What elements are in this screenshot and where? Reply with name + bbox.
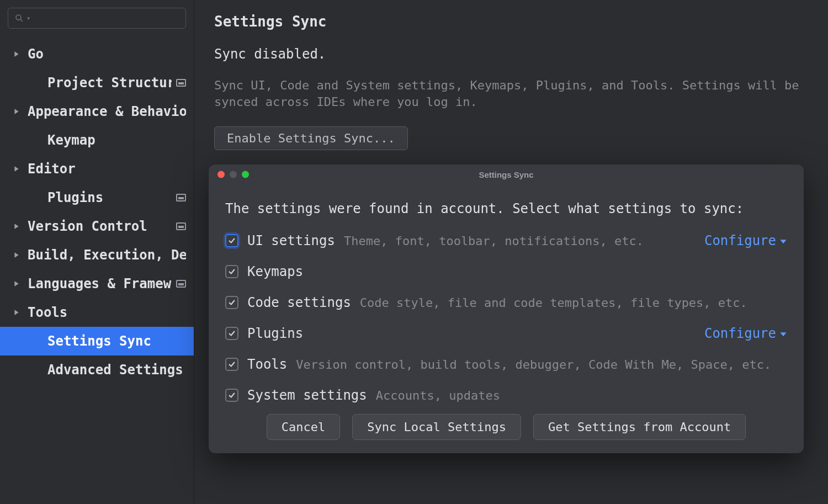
chevron-right-icon — [11, 280, 22, 287]
chevron-right-icon — [11, 51, 22, 57]
dialog-body: The settings were found in account. Sele… — [209, 184, 804, 453]
sidebar-item-go[interactable]: Go — [0, 40, 194, 68]
settings-sync-dialog: Settings Sync The settings were found in… — [209, 165, 804, 453]
option-label: System settings — [247, 388, 367, 403]
dialog-intro-text: The settings were found in account. Sele… — [225, 201, 787, 216]
sidebar-item-label: Version Control — [28, 219, 172, 234]
project-level-badge-icon — [176, 280, 186, 288]
sidebar-item-label: Build, Execution, Deployment — [28, 247, 186, 263]
dialog-titlebar[interactable]: Settings Sync — [209, 165, 804, 184]
chevron-down-icon — [779, 326, 787, 341]
search-wrap: ▾ — [0, 0, 194, 34]
option-label: Keymaps — [247, 264, 303, 279]
window-controls — [217, 171, 249, 178]
sidebar-item-version-control[interactable]: Version Control — [0, 212, 194, 241]
configure-link-plugins[interactable]: Configure — [704, 326, 787, 341]
sidebar-item-keymap[interactable]: Keymap — [0, 126, 194, 155]
settings-sidebar: ▾ GoProject StructureAppearance & Behavi… — [0, 0, 194, 504]
get-settings-from-account-button[interactable]: Get Settings from Account — [533, 414, 746, 440]
project-level-badge-icon — [176, 222, 186, 230]
option-description: Accounts, updates — [376, 389, 500, 402]
chevron-right-icon — [11, 309, 22, 316]
dialog-title: Settings Sync — [479, 170, 533, 179]
sidebar-item-label: Settings Sync — [47, 333, 186, 349]
checkbox-plugins[interactable] — [225, 327, 238, 340]
sidebar-item-label: Advanced Settings — [47, 362, 186, 378]
checkbox-code-settings[interactable] — [225, 296, 238, 309]
project-level-badge-icon — [176, 194, 186, 201]
checkbox-system-settings[interactable] — [225, 389, 238, 402]
configure-link-label: Configure — [704, 233, 776, 248]
sync-option-keymaps: Keymaps — [225, 264, 787, 279]
sidebar-item-advanced-settings[interactable]: Advanced Settings — [0, 356, 194, 384]
settings-tree[interactable]: GoProject StructureAppearance & Behavior… — [0, 34, 194, 504]
sidebar-item-label: Plugins — [47, 190, 172, 205]
checkbox-tools[interactable] — [225, 358, 238, 371]
sync-option-tools: ToolsVersion control, build tools, debug… — [225, 357, 787, 372]
sidebar-item-project-structure[interactable]: Project Structure — [0, 68, 194, 97]
page-title: Settings Sync — [214, 13, 808, 30]
option-label: Plugins — [247, 326, 303, 341]
sync-option-plugins: PluginsConfigure — [225, 326, 787, 341]
sidebar-item-plugins[interactable]: Plugins — [0, 183, 194, 212]
window-close-icon[interactable] — [217, 171, 225, 178]
option-label: UI settings — [247, 233, 335, 248]
sync-status-text: Sync disabled. — [214, 46, 808, 62]
sidebar-item-label: Editor — [28, 161, 186, 177]
sync-description: Sync UI, Code and System settings, Keyma… — [214, 77, 808, 110]
sidebar-item-label: Project Structure — [47, 75, 172, 91]
window-minimize-icon[interactable] — [230, 171, 237, 178]
sidebar-item-build-execution-deployment[interactable]: Build, Execution, Deployment — [0, 241, 194, 269]
option-description: Code style, file and code templates, fil… — [360, 296, 747, 310]
dialog-button-row: Cancel Sync Local Settings Get Settings … — [225, 414, 787, 440]
option-description: Theme, font, toolbar, notifications, etc… — [344, 234, 644, 248]
chevron-right-icon — [11, 166, 22, 172]
chevron-right-icon — [11, 252, 22, 258]
sidebar-item-label: Keymap — [47, 132, 186, 148]
enable-settings-sync-button[interactable]: Enable Settings Sync... — [214, 126, 408, 150]
sync-option-ui-settings: UI settingsTheme, font, toolbar, notific… — [225, 233, 787, 248]
sync-option-code-settings: Code settingsCode style, file and code t… — [225, 295, 787, 310]
sidebar-item-appearance-behavior[interactable]: Appearance & Behavior — [0, 97, 194, 126]
sync-options-list: UI settingsTheme, font, toolbar, notific… — [225, 233, 787, 403]
option-label: Tools — [247, 357, 287, 372]
option-description: Version control, build tools, debugger, … — [296, 358, 771, 372]
window-zoom-icon[interactable] — [242, 171, 249, 178]
sidebar-item-tools[interactable]: Tools — [0, 298, 194, 327]
chevron-right-icon — [11, 223, 22, 230]
sync-local-settings-button[interactable]: Sync Local Settings — [352, 414, 521, 440]
sidebar-item-label: Languages & Frameworks — [28, 276, 172, 291]
checkbox-keymaps[interactable] — [225, 265, 238, 278]
configure-link-ui-settings[interactable]: Configure — [704, 233, 787, 248]
sidebar-item-label: Tools — [28, 305, 186, 320]
sidebar-item-languages-frameworks[interactable]: Languages & Frameworks — [0, 269, 194, 298]
sidebar-item-settings-sync[interactable]: Settings Sync — [0, 327, 194, 356]
sidebar-item-label: Go — [28, 46, 186, 62]
chevron-right-icon — [11, 108, 22, 115]
search-box: ▾ — [8, 8, 186, 29]
checkbox-ui-settings[interactable] — [225, 234, 238, 247]
search-input[interactable] — [8, 8, 186, 29]
cancel-button[interactable]: Cancel — [267, 414, 340, 440]
sidebar-item-editor[interactable]: Editor — [0, 155, 194, 183]
sync-option-system-settings: System settingsAccounts, updates — [225, 388, 787, 403]
project-level-badge-icon — [176, 79, 186, 87]
configure-link-label: Configure — [704, 326, 776, 341]
chevron-down-icon — [779, 233, 787, 248]
sidebar-item-label: Appearance & Behavior — [28, 104, 186, 119]
option-label: Code settings — [247, 295, 351, 310]
